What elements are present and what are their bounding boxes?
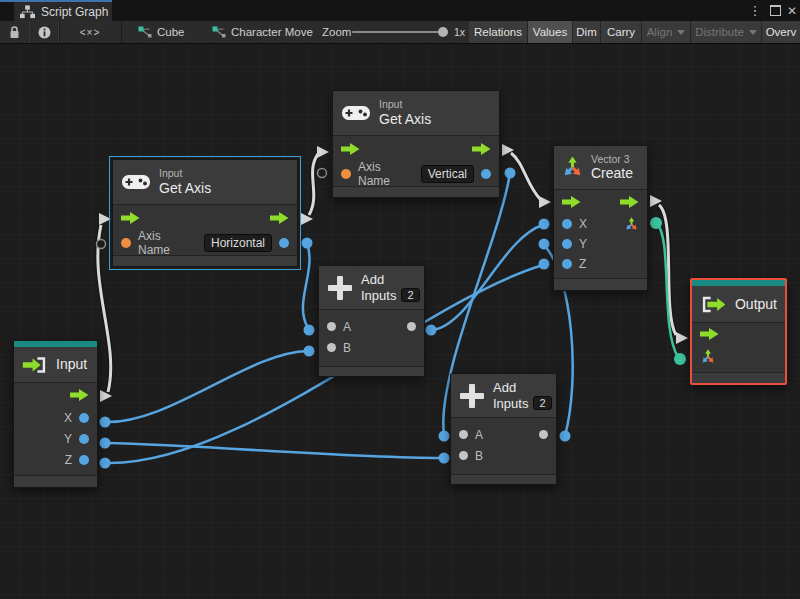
dropdown-distribute-label: Distribute — [695, 26, 744, 38]
node-header[interactable]: Input Get Axis — [113, 160, 297, 205]
flow-wire-getvertical-to-vector3[interactable] — [511, 153, 540, 199]
port-row-y: Y — [554, 234, 647, 254]
port-row-a: A — [451, 424, 556, 445]
chevron-down-icon — [677, 30, 685, 35]
node-header[interactable]: Vector 3 Create — [554, 146, 647, 190]
node-add-1[interactable]: Add Inputs 2 A B — [318, 265, 425, 377]
node-title: Add — [361, 272, 420, 288]
toggle-carry[interactable]: Carry — [601, 21, 642, 43]
value-out-port-dot[interactable] — [79, 434, 89, 444]
window-menu-icon[interactable]: ⋮ — [747, 0, 763, 21]
value-in-port-dot[interactable] — [327, 322, 336, 331]
value-out-port-dot[interactable] — [407, 322, 416, 331]
value-in-port-dot[interactable] — [562, 239, 572, 249]
flow-out-arrow-icon[interactable] — [70, 389, 89, 401]
node-header[interactable]: Input — [14, 347, 97, 383]
port-label: B — [475, 449, 483, 463]
flow-port-row — [554, 190, 647, 214]
graph-canvas[interactable]: Input Get Axis Axis Name Vertical — [0, 44, 800, 599]
port-row-x: X — [554, 214, 647, 234]
zoom-slider[interactable] — [352, 21, 448, 43]
flow-in-arrow-icon[interactable] — [700, 328, 719, 340]
value-out-port-dot[interactable] — [79, 455, 89, 465]
flow-wire-gethorizontal-to-getvertical[interactable] — [309, 154, 318, 215]
graph-output-icon — [700, 295, 727, 314]
chevron-down-icon — [749, 30, 757, 35]
subgraph-icon — [138, 26, 152, 38]
inputs-count[interactable]: 2 — [533, 396, 551, 410]
subgraph-icon — [212, 26, 226, 38]
flow-in-arrow-icon[interactable] — [341, 143, 360, 155]
graph-breadcrumb-cube[interactable]: Cube — [138, 21, 185, 43]
node-graph-output[interactable]: Output — [690, 278, 787, 385]
vector-port-row — [692, 345, 785, 369]
axis-name-value[interactable]: Horizontal — [204, 234, 272, 252]
port-label: A — [343, 320, 351, 334]
code-view-button[interactable]: <×> — [58, 21, 122, 43]
vector3-icon — [561, 156, 584, 179]
node-title: Output — [735, 296, 777, 313]
zoom-slider-handle[interactable] — [438, 27, 448, 37]
port-label: X — [64, 411, 72, 425]
value-in-port-dot[interactable] — [459, 430, 468, 439]
inputs-label: Inputs — [361, 288, 396, 304]
port-row-y: Y — [14, 428, 97, 449]
node-header[interactable]: Add Inputs 2 — [319, 266, 424, 310]
node-header[interactable]: Add Inputs 2 — [451, 374, 556, 418]
toggle-dim[interactable]: Dim — [573, 21, 601, 43]
port-label: Y — [579, 237, 587, 251]
lock-button[interactable] — [0, 21, 30, 43]
node-graph-input[interactable]: Input X Y Z — [13, 340, 98, 488]
flow-out-arrow-icon[interactable] — [472, 143, 491, 155]
node-add-2[interactable]: Add Inputs 2 A B — [450, 373, 557, 485]
graph-hierarchy-icon — [20, 5, 35, 19]
port-row-z: Z — [14, 449, 97, 470]
value-out-port-dot[interactable] — [539, 430, 548, 439]
graph-breadcrumb-character-move[interactable]: Character Move — [212, 21, 313, 43]
inputs-count[interactable]: 2 — [401, 288, 419, 302]
flow-out-arrow-icon[interactable] — [620, 196, 639, 208]
value-out-port-dot[interactable] — [79, 413, 89, 423]
flow-out-arrow-icon[interactable] — [270, 212, 289, 224]
node-title: Add — [493, 380, 552, 396]
node-get-axis-vertical[interactable]: Input Get Axis Axis Name Vertical — [332, 90, 500, 198]
flow-in-arrow-icon[interactable] — [121, 212, 140, 224]
node-get-axis-horizontal[interactable]: Input Get Axis Axis Name Horizontal — [112, 159, 298, 267]
node-category: Input — [379, 98, 431, 111]
value-out-port-dot[interactable] — [481, 169, 491, 179]
selection-outline: Input Get Axis Axis Name Horizontal — [109, 156, 301, 270]
dropdown-align[interactable]: Align — [642, 21, 691, 43]
tab-script-graph[interactable]: Script Graph — [14, 2, 112, 21]
data-wire-horizontal-to-add1-a[interactable] — [303, 243, 310, 328]
info-button[interactable] — [29, 21, 60, 43]
node-vector3-create[interactable]: Vector 3 Create X Y — [553, 145, 648, 291]
string-port-dot[interactable] — [341, 169, 351, 179]
dropdown-distribute[interactable]: Distribute — [691, 21, 762, 43]
toggle-overview[interactable]: Overv — [762, 21, 800, 43]
port-label: B — [343, 341, 351, 355]
value-in-port-dot[interactable] — [327, 343, 336, 352]
zoom-slider-track[interactable] — [352, 31, 448, 33]
data-wire-add1-to-vector3-x[interactable] — [431, 225, 543, 330]
string-port-dot[interactable] — [121, 238, 131, 248]
close-icon[interactable]: ✕ — [784, 0, 800, 21]
plus-icon — [328, 276, 352, 300]
axis-name-value[interactable]: Vertical — [421, 165, 474, 183]
node-header[interactable]: Input Get Axis — [333, 91, 499, 136]
data-wire-inputx-to-add1-b[interactable] — [105, 351, 308, 422]
graph-input-icon — [22, 356, 48, 374]
value-in-port-dot[interactable] — [562, 259, 572, 269]
maximize-icon[interactable] — [766, 0, 784, 21]
node-header[interactable]: Output — [692, 286, 785, 323]
toggle-values[interactable]: Values — [528, 21, 573, 43]
vector3-in-port-icon[interactable] — [700, 349, 716, 365]
value-in-port-dot[interactable] — [562, 219, 572, 229]
flow-in-arrow-icon[interactable] — [562, 196, 581, 208]
vector3-out-port-icon[interactable] — [624, 217, 639, 232]
gamepad-icon — [342, 104, 370, 122]
dropdown-align-label: Align — [647, 26, 673, 38]
value-in-port-dot[interactable] — [459, 451, 468, 460]
value-out-port-dot[interactable] — [279, 238, 289, 248]
data-wire-inputy-to-add2-b[interactable] — [105, 443, 443, 458]
toggle-relations[interactable]: Relations — [469, 21, 528, 43]
